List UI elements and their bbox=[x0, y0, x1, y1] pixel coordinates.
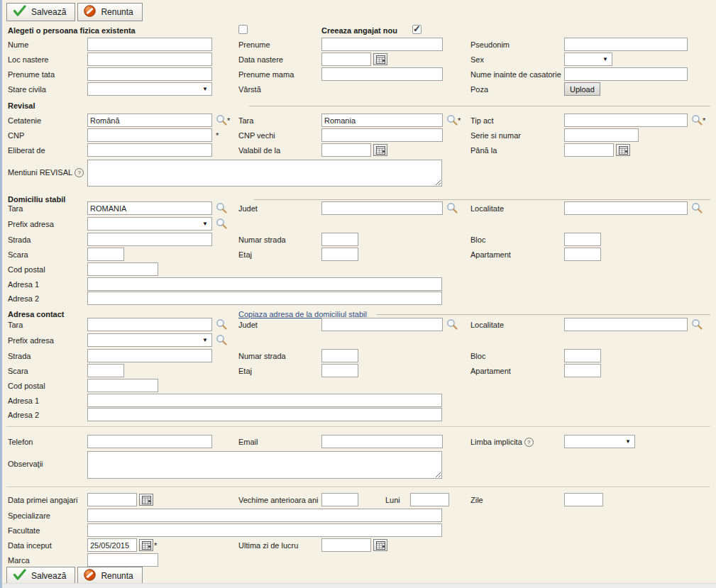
contact-numar-strada-input[interactable] bbox=[321, 349, 358, 362]
prenume-input[interactable] bbox=[321, 38, 443, 51]
domiciliu-apartament-input[interactable] bbox=[564, 248, 601, 261]
pana-la-calendar-icon[interactable] bbox=[616, 144, 630, 156]
contact-localitate-lookup-icon[interactable] bbox=[691, 318, 703, 331]
domiciliu-prefix-select[interactable]: ▼ bbox=[87, 217, 212, 231]
contact-apartament-input[interactable] bbox=[564, 364, 601, 377]
check-icon bbox=[13, 5, 26, 19]
ultima-zi-input[interactable] bbox=[321, 538, 371, 552]
section-divider bbox=[249, 106, 710, 106]
specializare-input[interactable] bbox=[87, 509, 442, 522]
zile-input[interactable] bbox=[564, 493, 603, 506]
tara-revisal-input[interactable] bbox=[321, 113, 443, 127]
domiciliu-prefix-lookup-icon[interactable] bbox=[216, 218, 228, 230]
contact-adresa1-input[interactable] bbox=[87, 394, 442, 407]
choose-existing-checkbox[interactable] bbox=[238, 25, 248, 34]
domiciliu-tara-input[interactable] bbox=[87, 201, 212, 215]
contact-strada-input[interactable] bbox=[87, 349, 212, 362]
cnp-vechi-input[interactable] bbox=[321, 128, 443, 142]
data-inceput-input[interactable] bbox=[87, 538, 137, 552]
contact-tara-lookup-icon[interactable] bbox=[216, 318, 228, 331]
contact-prefix-lookup-icon[interactable] bbox=[216, 334, 228, 346]
contact-cod-postal-input[interactable] bbox=[87, 379, 158, 392]
luni-input[interactable] bbox=[410, 493, 449, 506]
contact-etaj-input[interactable] bbox=[321, 364, 358, 377]
nume-input[interactable] bbox=[87, 38, 212, 51]
prenume-mama-input[interactable] bbox=[321, 67, 443, 81]
domiciliu-judet-lookup-icon[interactable] bbox=[446, 202, 458, 214]
save-button[interactable]: Salvează bbox=[6, 3, 75, 21]
contact-judet-lookup-icon[interactable] bbox=[446, 318, 458, 331]
domiciliu-localitate-lookup-icon[interactable] bbox=[691, 202, 703, 214]
ultima-zi-calendar-icon[interactable] bbox=[373, 539, 387, 551]
facultate-label: Facultate bbox=[8, 526, 40, 535]
chevron-down-icon: ▼ bbox=[625, 439, 631, 445]
help-icon[interactable]: ? bbox=[75, 168, 84, 177]
contact-scara-input[interactable] bbox=[87, 364, 124, 377]
vechime-ani-input[interactable] bbox=[321, 493, 358, 506]
domiciliu-adresa2-input[interactable] bbox=[87, 292, 442, 305]
domiciliu-judet-input[interactable] bbox=[321, 201, 443, 215]
save-button-label: Salvează bbox=[31, 571, 66, 581]
domiciliu-tara-lookup-icon[interactable] bbox=[216, 202, 228, 214]
contact-adresa1-label: Adresa 1 bbox=[8, 396, 39, 405]
mentiuni-revisal-textarea[interactable] bbox=[87, 160, 442, 187]
tara-revisal-lookup-icon[interactable] bbox=[446, 114, 458, 126]
limba-implicita-select[interactable]: ▼ bbox=[564, 435, 635, 448]
choose-existing-label: Alegeti o persoana fizica existenta bbox=[8, 26, 136, 35]
domiciliu-numar-strada-input[interactable] bbox=[321, 233, 358, 246]
pana-la-input[interactable] bbox=[564, 143, 614, 157]
prenume-tata-input[interactable] bbox=[87, 67, 212, 81]
data-primei-angajari-input[interactable] bbox=[87, 493, 137, 506]
sex-select[interactable]: ▼ bbox=[564, 52, 612, 66]
data-nastere-input[interactable] bbox=[321, 52, 371, 66]
domiciliu-apartament-label: Apartament bbox=[470, 250, 511, 259]
data-primei-angajari-calendar-icon[interactable] bbox=[139, 494, 153, 506]
domiciliu-strada-label: Strada bbox=[8, 235, 31, 244]
varsta-label: Vârstă bbox=[238, 85, 261, 94]
valabil-de-la-input[interactable] bbox=[321, 143, 371, 157]
marca-input[interactable] bbox=[87, 553, 158, 567]
telefon-label: Telefon bbox=[8, 438, 33, 446]
section-divider bbox=[254, 199, 710, 200]
contact-prefix-select[interactable]: ▼ bbox=[87, 333, 212, 347]
telefon-input[interactable] bbox=[87, 435, 212, 448]
cancel-button[interactable]: Renunta bbox=[77, 3, 142, 21]
create-new-checkbox[interactable] bbox=[412, 25, 422, 34]
valabil-de-la-calendar-icon[interactable] bbox=[373, 144, 387, 156]
serie-numar-input[interactable] bbox=[564, 128, 639, 142]
domiciliu-localitate-input[interactable] bbox=[564, 201, 688, 215]
chevron-down-icon: ▼ bbox=[202, 221, 208, 227]
loc-nastere-input[interactable] bbox=[87, 52, 212, 66]
domiciliu-cod-postal-input[interactable] bbox=[87, 262, 158, 276]
contact-localitate-input[interactable] bbox=[564, 318, 688, 331]
nume-inainte-input[interactable] bbox=[564, 67, 688, 81]
domiciliu-strada-input[interactable] bbox=[87, 233, 212, 246]
tip-act-input[interactable] bbox=[564, 113, 688, 127]
stare-civila-select[interactable]: ▼ bbox=[87, 82, 212, 96]
contact-adresa2-input[interactable] bbox=[87, 408, 442, 421]
domiciliu-etaj-input[interactable] bbox=[321, 248, 358, 261]
data-nastere-calendar-icon[interactable] bbox=[373, 53, 387, 65]
observatii-textarea[interactable] bbox=[87, 451, 442, 479]
facultate-input[interactable] bbox=[87, 523, 442, 537]
help-icon[interactable]: ? bbox=[524, 438, 534, 447]
domiciliu-adresa1-input[interactable] bbox=[87, 277, 442, 291]
email-input[interactable] bbox=[321, 435, 443, 448]
domiciliu-scara-input[interactable] bbox=[87, 248, 124, 261]
cetatenie-input[interactable] bbox=[87, 113, 212, 127]
zile-label: Zile bbox=[470, 496, 483, 504]
contact-bloc-input[interactable] bbox=[564, 349, 601, 362]
eliberat-de-input[interactable] bbox=[87, 143, 212, 157]
domiciliu-bloc-input[interactable] bbox=[564, 233, 601, 246]
contact-judet-input[interactable] bbox=[321, 318, 443, 331]
tip-act-lookup-icon[interactable] bbox=[691, 114, 703, 126]
upload-button[interactable]: Upload bbox=[564, 82, 600, 96]
data-inceput-calendar-icon[interactable] bbox=[139, 539, 153, 551]
cnp-input[interactable] bbox=[87, 128, 212, 142]
contact-cod-postal-label: Cod postal bbox=[8, 382, 45, 390]
tara-revisal-label: Tara bbox=[238, 116, 253, 125]
cetatenie-lookup-icon[interactable] bbox=[216, 114, 228, 126]
contact-tara-input[interactable] bbox=[87, 318, 212, 331]
tip-act-label: Tip act bbox=[470, 116, 494, 125]
pseudonim-input[interactable] bbox=[564, 38, 688, 51]
